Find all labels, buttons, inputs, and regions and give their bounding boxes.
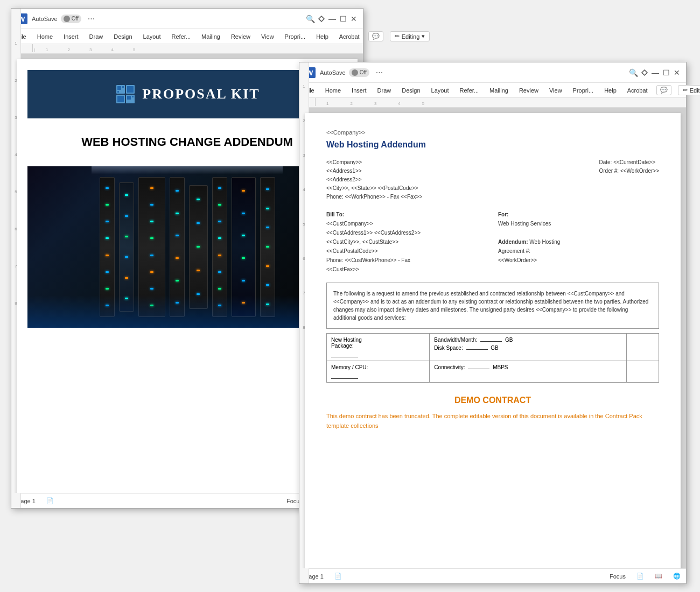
ruler-2: 1 2 3 4 5 [299, 98, 686, 108]
tab-home-1[interactable]: Home [35, 32, 55, 41]
rack-light [266, 284, 269, 286]
rack-light [242, 213, 245, 214]
document-area-2: 1 2 3 4 5 6 7 8 <<Company>> Web Hosting … [299, 108, 686, 568]
toggle-state-1: Off [72, 16, 79, 22]
rack-light [150, 237, 153, 239]
more-options-2[interactable]: ··· [376, 68, 383, 77]
rack-light [106, 288, 109, 290]
tab-home-2[interactable]: Home [323, 86, 343, 95]
svg-rect-6 [122, 86, 124, 88]
tab-design-1[interactable]: Design [111, 32, 134, 41]
tab-propri-2[interactable]: Propri... [571, 86, 596, 95]
read-view-icon-2[interactable]: 📖 [655, 573, 662, 580]
tab-references-1[interactable]: Refer... [170, 32, 193, 41]
ruler-marks-1: | 1 2 3 4 5 [17, 44, 358, 53]
minimize-button-1[interactable]: — [328, 15, 336, 23]
cust-address: <<CustAddress1>> <<CustAddress2>> [326, 228, 487, 237]
for-label: For: [498, 210, 659, 219]
search-button-2[interactable]: 🔍 [626, 65, 641, 80]
connectivity-cell: Connectivity: MBPS [430, 361, 627, 383]
ruler-marks-2: 1 2 3 4 5 [305, 98, 681, 107]
company-placeholder: <<Company>> [326, 129, 659, 136]
address1: <<Address1>> [326, 167, 422, 175]
tab-design-2[interactable]: Design [400, 86, 422, 95]
editing-button-1[interactable]: ✏ Editing ▾ [390, 31, 430, 41]
table-row-1: New Hosting Package: Bandwidth/Month: GB… [327, 334, 659, 361]
maximize-button-1[interactable]: ☐ [339, 15, 347, 23]
titlebar-1: W AutoSave Off ··· 🔍 — ☐ ✕ [11, 9, 363, 29]
hosting-package-cell: New Hosting Package: [327, 334, 430, 361]
bill-right: For: Web Hosting Services Addendum: Web … [487, 210, 659, 274]
document-page-2: <<Company>> Web Hosting Addendum <<Compa… [305, 113, 681, 568]
rack-light [176, 190, 179, 192]
autosave-label-1: AutoSave [32, 16, 58, 22]
maximize-button-2[interactable]: ☐ [662, 69, 670, 76]
pk-logo-icon [114, 83, 137, 105]
phone-fax: Phone: <<WorkPhone>> - Fax <<Fax>> [326, 193, 422, 201]
demo-contract-text: This demo contract has been truncated. T… [326, 412, 659, 431]
minimize-button-2[interactable]: — [652, 69, 659, 76]
tab-insert-2[interactable]: Insert [349, 86, 369, 95]
close-button-2[interactable]: ✕ [673, 69, 681, 76]
cust-phone-fax: Phone: <<CustWorkPhone>> - Fax [326, 256, 487, 265]
diamond-icon-1 [318, 15, 325, 23]
memory-cpu-cell: Memory / CPU: [327, 361, 430, 383]
tab-review-2[interactable]: Review [517, 86, 541, 95]
tab-draw-2[interactable]: Draw [375, 86, 394, 95]
layout-view-icon-2[interactable]: 📄 [636, 573, 644, 580]
tab-mailings-2[interactable]: Mailing [487, 86, 510, 95]
tab-view-1[interactable]: View [259, 32, 276, 41]
rack-light [106, 187, 109, 189]
toggle-dot-1 [64, 16, 70, 22]
search-button-1[interactable]: 🔍 [303, 11, 318, 26]
city-state-zip: <<City>>, <<State>> <<PostalCode>> [326, 184, 422, 193]
rack-light [106, 237, 109, 239]
editing-button-2[interactable]: ✏ Editing ▾ [678, 85, 700, 95]
more-options-1[interactable]: ··· [88, 14, 95, 24]
for-val: Web Hosting Services [498, 219, 659, 228]
svg-marker-2 [319, 16, 324, 22]
rack-light [266, 227, 269, 228]
editing-label-1: Editing [402, 33, 420, 40]
tab-help-2[interactable]: Help [602, 86, 619, 95]
word-window-2[interactable]: W AutoSave Off ··· 🔍 — ☐ ✕ File Home Ins… [299, 62, 687, 584]
disk-space-row: Disk Space: GB [434, 345, 622, 351]
package-label: Package: [331, 343, 425, 349]
tab-propri-1[interactable]: Propri... [283, 32, 308, 41]
rack-light [150, 187, 153, 189]
tab-insert-1[interactable]: Insert [61, 32, 81, 41]
pencil-icon-2: ✏ [683, 87, 688, 94]
rack-light [218, 255, 221, 256]
bandwidth-row: Bandwidth/Month: GB [434, 337, 622, 343]
rack-light [218, 288, 221, 290]
svg-rect-9 [127, 86, 134, 93]
tab-draw-1[interactable]: Draw [87, 32, 106, 41]
tab-review-1[interactable]: Review [229, 32, 253, 41]
web-view-icon-2[interactable]: 🌐 [673, 573, 681, 580]
rack-light [197, 270, 200, 271]
addendum-title: Web Hosting Addendum [326, 140, 659, 150]
window-controls-1: — ☐ ✕ [318, 15, 358, 23]
autosave-toggle-2[interactable]: Off [349, 68, 369, 77]
tab-view-2[interactable]: View [547, 86, 564, 95]
address-right: Date: <<CurrentDate>> Order #: <<WorkOrd… [599, 158, 659, 201]
proposal-kit-title: PROPOSAL KIT [142, 86, 260, 102]
pencil-icon-1: ✏ [395, 33, 400, 40]
tab-layout-2[interactable]: Layout [429, 86, 451, 95]
tab-acrobat-1[interactable]: Acrobat [337, 32, 362, 41]
comment-button-2[interactable]: 💬 [656, 85, 671, 95]
comment-button-1[interactable]: 💬 [368, 31, 383, 41]
tab-help-1[interactable]: Help [314, 32, 331, 41]
tab-mailings-1[interactable]: Mailing [199, 32, 222, 41]
tab-acrobat-2[interactable]: Acrobat [625, 86, 650, 95]
rack-light [218, 221, 221, 222]
tab-references-2[interactable]: Refer... [458, 86, 481, 95]
autosave-toggle-1[interactable]: Off [61, 15, 81, 23]
tab-layout-1[interactable]: Layout [141, 32, 163, 41]
close-button-1[interactable]: ✕ [350, 15, 358, 23]
ruler-1: | 1 2 3 4 5 [11, 44, 363, 54]
bill-left: Bill To: <<CustCompany>> <<CustAddress1>… [326, 210, 487, 274]
conn-blank [468, 369, 489, 369]
rack-unit [119, 182, 134, 312]
rack-light [197, 199, 200, 200]
